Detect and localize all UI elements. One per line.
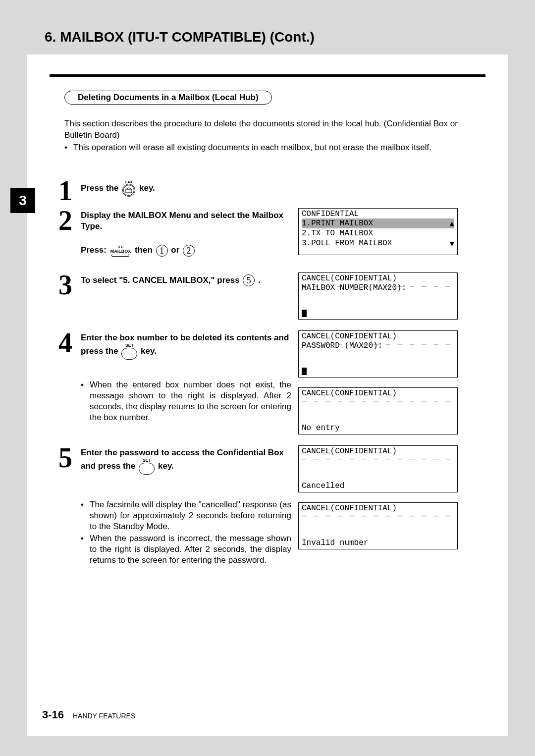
scroll-up-icon: ▲ (449, 219, 454, 229)
lcd-line: 1.PRINT MAILBOX (302, 218, 454, 228)
svg-rect-0 (126, 189, 132, 193)
set-key-oval (121, 348, 137, 360)
step-4-group: 4 Enter the box number to be deleted its… (58, 330, 485, 434)
page-footer: 3-16 HANDY FEATURES (42, 708, 135, 721)
or-label: or (171, 246, 182, 255)
step2-main: Display the MAILBOX Menu and select the … (81, 210, 291, 232)
bullet-dot: • (81, 533, 90, 566)
intro-bullet-text: This operation will erase all existing d… (73, 142, 431, 154)
step5-text-a: Enter the password to access the Confide… (81, 448, 284, 471)
fax-key-icon: FAX (122, 180, 135, 197)
lcd-dashline: — — — — — — — — — — — — — (302, 396, 454, 406)
subheading-pill: Deleting Documents in a Mailbox (Local H… (64, 91, 272, 105)
set-key-icon: SET (139, 458, 155, 475)
footer-label: HANDY FEATURES (73, 712, 135, 720)
step4-bullet: • When the entered box number does not e… (81, 379, 291, 423)
bullet-dot: • (81, 499, 90, 532)
step-number: 4 (58, 330, 81, 355)
step5-text-b: key. (158, 461, 174, 471)
lcd-line: Cancelled (302, 481, 454, 491)
intro-block: This section describes the procedure to … (64, 118, 481, 154)
step4-bullet-text: When the entered box number does not exi… (90, 379, 291, 423)
set-label: SET (125, 343, 134, 348)
step5-bullet-2: • When the password is incorrect, the me… (81, 533, 291, 566)
cursor-icon (302, 310, 307, 317)
lcd-mailbox-menu: CONFIDENTIAL — — — — — — — — — — — — — 1… (298, 208, 458, 255)
step5-bullet-1: • The facsimile will display the "cancel… (81, 499, 291, 532)
step-2-group: 2 Display the MAILBOX Menu and select th… (58, 208, 485, 262)
mailbox-key-underline (111, 254, 129, 257)
key-1-icon: 1 (156, 245, 168, 257)
lcd-line: No entry (302, 423, 454, 433)
lcd-line: Invalid number (302, 538, 454, 548)
step-number: 2 (58, 208, 81, 233)
body-area: Deleting Documents in a Mailbox (Local H… (27, 54, 508, 572)
step4-text-b: key. (141, 346, 157, 356)
fax-label: FAX (125, 180, 133, 184)
lcd-line: PASSWORD (MAX20): (302, 341, 454, 351)
press-label: Press: (81, 246, 109, 255)
step-5-group: 5 Enter the password to access the Confi… (58, 445, 485, 572)
lcd-line: 2.TX TO MAILBOX (302, 228, 454, 238)
then-label: then (135, 246, 155, 255)
divider-thick (50, 74, 485, 77)
step5-bullet1-text: The facsimile will display the "cancelle… (90, 499, 291, 532)
step3-text-a: To select "5. CANCEL MAILBOX," press (81, 275, 242, 285)
intro-text: This section describes the procedure to … (64, 118, 481, 141)
step4-text-a: Enter the box number to be deleted its c… (81, 333, 289, 356)
lcd-line: MAILBOX NUMBER(MAX20): (302, 283, 454, 293)
step-3-group: 3 To select "5. CANCEL MAILBOX," press 5… (58, 272, 485, 320)
mailbox-label: MAILBOX (110, 249, 131, 254)
set-label: SET (143, 458, 151, 463)
key-5-icon: 5 (243, 274, 255, 286)
step-number: 5 (58, 445, 81, 470)
step2-press-line: Press: ITU MAILBOX then 1 or 2 (81, 245, 291, 257)
lcd-cancel-enter-number: CANCEL(CONFIDENTIAL) — — — — — — — — — —… (298, 272, 458, 320)
chapter-title: 6. MAILBOX (ITU-T COMPATIBLE) (Cont.) (45, 29, 315, 45)
mailbox-key-icon: ITU MAILBOX (110, 245, 131, 257)
set-key-icon: SET (121, 343, 137, 360)
chapter-tab: 3 (10, 188, 35, 213)
lcd-dashline: — — — — — — — — — — — — — (302, 511, 454, 521)
set-key-oval (139, 463, 155, 475)
lcd-dashline: — — — — — — — — — — — — — (302, 454, 454, 464)
bullet-dot: • (81, 379, 90, 423)
lcd-invalid-number: CANCEL(CONFIDENTIAL) — — — — — — — — — —… (298, 502, 458, 549)
lcd-cursor-line (302, 308, 454, 318)
lcd-no-entry: CANCEL(CONFIDENTIAL) — — — — — — — — — —… (298, 387, 458, 434)
lcd-cancel-enter-password: CANCEL(CONFIDENTIAL) — — — — — — — — — —… (298, 330, 458, 378)
fax-key-ring (122, 184, 135, 197)
step-1: 1 Press the FAX key. (58, 178, 485, 203)
scroll-down-icon: ▼ (449, 239, 454, 249)
lcd-cancelled: CANCEL(CONFIDENTIAL) — — — — — — — — — —… (298, 445, 458, 492)
step3-text-b: . (258, 275, 261, 285)
page-number: 3-16 (42, 708, 64, 721)
step1-text-a: Press the (81, 183, 121, 193)
lcd-cursor-line (302, 366, 454, 376)
cursor-icon (302, 368, 307, 375)
step5-bullet2-text: When the password is incorrect, the mess… (90, 533, 291, 566)
intro-bullet: • This operation will erase all existing… (64, 142, 481, 154)
lcd-line: 3.POLL FROM MAILBOX (302, 238, 454, 248)
step-number: 1 (58, 178, 81, 203)
page: 6. MAILBOX (ITU-T COMPATIBLE) (Cont.) De… (27, 20, 508, 736)
bullet-dot: • (64, 142, 73, 154)
step-number: 3 (58, 272, 81, 297)
chapter-header: 6. MAILBOX (ITU-T COMPATIBLE) (Cont.) (27, 20, 508, 54)
step1-text-b: key. (139, 183, 155, 193)
key-2-icon: 2 (183, 245, 195, 257)
